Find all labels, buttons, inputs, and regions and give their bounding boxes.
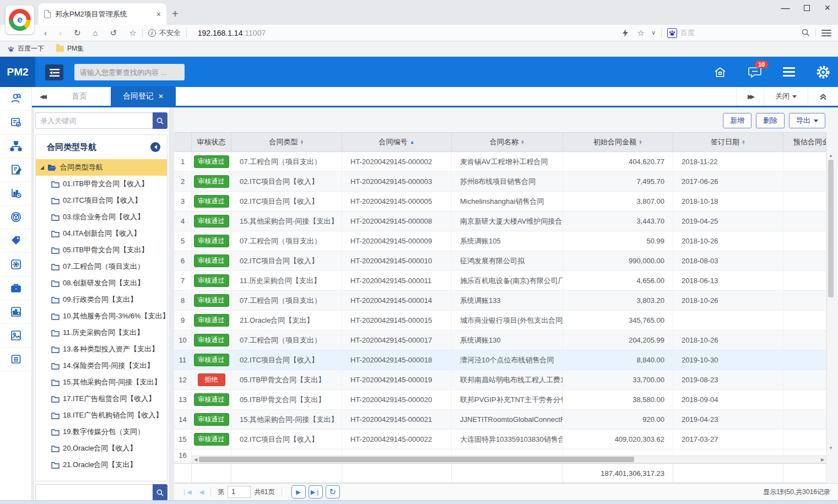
flash-icon[interactable] xyxy=(623,29,628,37)
col-code[interactable]: 合同编号▲ xyxy=(342,133,452,151)
security-label[interactable]: 不安全 xyxy=(159,28,181,38)
table-row[interactable]: 13审核通过05.ITB甲骨文合同【支出】HT-20200429145-0000… xyxy=(174,390,826,410)
tab-contract-register[interactable]: 合同登记 ✕ xyxy=(111,86,176,107)
table-row[interactable]: 1审核通过07.工程合同（项目支出）HT-20200429145-000002麦… xyxy=(174,152,826,172)
rail-tag-icon[interactable] xyxy=(0,229,31,253)
tree-item[interactable]: 15.其他采购合同-间接【支出】 xyxy=(36,374,167,391)
global-search-input[interactable] xyxy=(74,64,185,80)
tree-item[interactable]: 05.ITB甲骨文合同【支出】 xyxy=(36,242,167,258)
maximize-button[interactable] xyxy=(804,5,810,11)
close-button[interactable]: × xyxy=(824,2,830,14)
table-row[interactable]: 11审核通过02.ITC项目合同【收入】HT-20200429145-00001… xyxy=(174,350,826,370)
home-icon[interactable]: ⌂ xyxy=(93,28,98,37)
rail-image-box-icon[interactable] xyxy=(0,324,31,348)
col-type[interactable]: 合同类型▲▼ xyxy=(231,133,342,151)
tree-item[interactable]: 14.保险类合同-间接【支出】 xyxy=(36,357,167,374)
tree-search-input[interactable] xyxy=(35,112,153,129)
table-row[interactable]: 12拒绝05.ITB甲骨文合同【支出】HT-20200429145-000019… xyxy=(174,370,826,390)
export-button[interactable]: 导出 xyxy=(789,113,825,128)
bookmark-folder-pm[interactable]: PM集 xyxy=(56,44,84,53)
col-name[interactable]: 合同名称▲▼ xyxy=(452,133,563,151)
tree-item[interactable]: 07.工程合同（项目支出） xyxy=(36,258,167,275)
table-row[interactable]: 9审核通过21.Oracle合同【支出】HT-20200429145-00001… xyxy=(174,311,826,330)
page-number-input[interactable] xyxy=(228,486,251,498)
first-page-icon[interactable]: ❘◀ xyxy=(182,489,192,496)
scrollbar-thumb[interactable] xyxy=(828,160,834,297)
col-date[interactable]: 签订日期▲▼ xyxy=(673,133,783,151)
scroll-up-arrow-icon[interactable]: ▲ xyxy=(827,153,835,158)
horizontal-scrollbar[interactable]: ◀ ▶ xyxy=(192,456,826,463)
col-amount[interactable]: 初始合同金额▲▼ xyxy=(563,133,673,151)
messages-icon[interactable]: 10 xyxy=(748,66,762,79)
star-icon[interactable]: ☆ xyxy=(637,28,644,38)
table-row[interactable]: 6审核通过02.ITC项目合同【收入】HT-20200429145-000010… xyxy=(174,251,826,271)
browser-menu-icon[interactable] xyxy=(821,30,831,36)
tab-close-icon[interactable]: ✕ xyxy=(158,93,164,100)
tree-item[interactable]: 08.创新研发合同【支出】 xyxy=(36,275,167,291)
browser-logo[interactable]: e xyxy=(6,6,34,34)
tree-item[interactable]: 04.ITA创新合同【收入】 xyxy=(36,225,167,242)
tab-home[interactable]: 首页 xyxy=(55,91,104,101)
rail-monitor-chart-icon[interactable] xyxy=(0,300,31,324)
tree-item[interactable]: 10.其他服务合同-3%/6%【支出】 xyxy=(36,308,167,324)
collapse-up-icon[interactable] xyxy=(808,87,838,106)
baidu-search-placeholder[interactable]: 百度 xyxy=(680,28,802,38)
tree-item[interactable]: 02.ITC项目合同【收入】 xyxy=(36,192,167,209)
delete-button[interactable]: 删除 xyxy=(756,113,785,128)
tree-root-node[interactable]: 合同类型导航 xyxy=(36,159,167,176)
rail-approval-icon[interactable] xyxy=(0,111,31,134)
favorite-icon[interactable]: ☆ xyxy=(129,28,136,38)
site-info-icon[interactable]: i xyxy=(148,29,156,37)
tree-expand-caret[interactable] xyxy=(40,166,44,170)
url-text[interactable]: 192.168.1.14:11007 xyxy=(198,29,266,37)
close-tabs-dropdown[interactable]: 关闭 xyxy=(764,87,808,106)
panel-collapse-icon[interactable] xyxy=(150,142,160,152)
menu-collapse-button[interactable] xyxy=(45,64,63,80)
new-tab-button[interactable]: + xyxy=(172,8,179,20)
minimize-button[interactable]: — xyxy=(781,3,790,13)
baidu-icon[interactable] xyxy=(667,28,677,38)
vertical-scrollbar[interactable]: ▲ ▼ xyxy=(826,152,834,452)
tab-close-icon[interactable]: × xyxy=(156,10,161,19)
table-row[interactable]: 3审核通过02.ITC项目合同【收入】HT-20200429145-000005… xyxy=(174,192,826,212)
scroll-down-arrow-icon[interactable]: ▼ xyxy=(827,446,835,451)
table-row[interactable]: 15审核通过02.ITC项目合同【收入】HT-20200429145-00002… xyxy=(174,430,826,449)
tree-item[interactable]: 19.数字传媒分包（支同） xyxy=(36,424,167,440)
rail-settings-box-icon[interactable] xyxy=(0,253,31,277)
search-icon[interactable] xyxy=(802,29,810,37)
forward-icon[interactable]: › xyxy=(59,28,62,37)
rail-globe-icon[interactable] xyxy=(0,205,31,229)
rail-document-edit-icon[interactable] xyxy=(0,158,31,182)
tree-item[interactable]: 18.ITE广告机购销合同【收入】 xyxy=(36,407,167,424)
tree-search-button[interactable] xyxy=(153,112,167,129)
rail-report-clock-icon[interactable] xyxy=(0,182,31,205)
rail-list-icon[interactable] xyxy=(0,348,31,371)
tree-item[interactable]: 20.Oracle合同【收入】 xyxy=(36,440,167,457)
tree-item[interactable]: 11.历史采购合同【支出】 xyxy=(36,324,167,341)
last-page-button[interactable]: ▶❘ xyxy=(309,485,323,498)
table-row[interactable]: 5审核通过07.工程合同（项目支出）HT-20200429145-000009系… xyxy=(174,231,826,251)
tree-item[interactable]: 21.Oracle合同【支出】 xyxy=(36,457,167,473)
table-row[interactable]: 4审核通过15.其他采购合同-间接【支出】HT-20200429145-0000… xyxy=(174,212,826,231)
tree-item[interactable]: 09.行政类合同【支出】 xyxy=(36,291,167,308)
table-row[interactable]: 8审核通过07.工程合同（项目支出）HT-20200429145-000014系… xyxy=(174,291,826,311)
apps-menu-icon[interactable] xyxy=(783,67,795,77)
table-row[interactable]: 14审核通过15.其他采购合同-间接【支出】HT-20200429145-000… xyxy=(174,410,826,430)
tree-item[interactable]: 01.ITB甲骨文合同【收入】 xyxy=(36,176,167,192)
rail-orgchart-icon[interactable] xyxy=(0,134,31,158)
table-row[interactable]: 7审核通过11.历史采购合同【支出】HT-20200429145-000011施… xyxy=(174,271,826,291)
app-logo[interactable]: PM2 xyxy=(0,57,35,87)
scroll-left-arrow-icon[interactable]: ◀ xyxy=(192,457,199,462)
col-estimate[interactable]: 预估合同金额 xyxy=(783,133,826,151)
tabs-scroll-left-icon[interactable]: ◀◀ xyxy=(40,93,45,100)
browser-tab[interactable]: 邦永PM2项目管理系统 × xyxy=(39,3,166,25)
chevron-down-icon[interactable]: ∨ xyxy=(651,29,656,36)
tree-item[interactable]: 17.ITE广告租赁合同【收入】 xyxy=(36,391,167,407)
home-portal-icon[interactable] xyxy=(713,66,727,79)
next-page-button[interactable]: ▶ xyxy=(291,485,306,498)
bookmark-baidu[interactable]: 百度一下 xyxy=(8,44,44,53)
back-icon[interactable]: ‹ xyxy=(44,28,47,37)
scroll-right-arrow-icon[interactable]: ▶ xyxy=(819,457,826,462)
table-row[interactable]: 10审核通过07.工程合同（项目支出）HT-20200429145-000017… xyxy=(174,330,826,350)
table-row[interactable]: 2审核通过02.ITC项目合同【收入】HT-20200429145-000003… xyxy=(174,172,826,192)
